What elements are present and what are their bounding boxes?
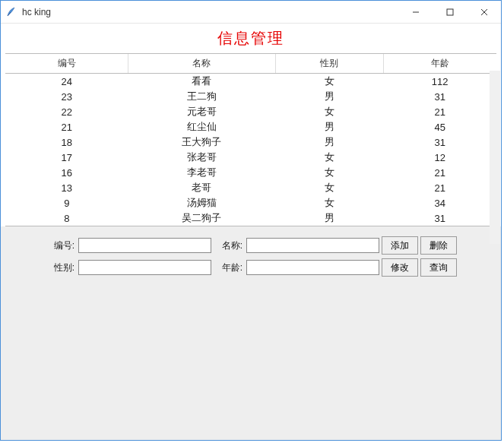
cell-sex: 女: [275, 165, 383, 180]
form-panel: 编号: 名称: 添加 删除 性别: 年龄: 修改 查询: [1, 226, 501, 440]
app-window: hc king 信息管理 编号 名称: [0, 0, 502, 441]
cell-sex: 女: [275, 104, 383, 119]
cell-id: 24: [5, 74, 128, 90]
cell-sex: 女: [275, 74, 383, 90]
cell-age: 34: [383, 195, 496, 210]
name-input[interactable]: [246, 238, 379, 253]
maximize-button[interactable]: [433, 1, 467, 24]
modify-button[interactable]: 修改: [382, 258, 418, 277]
age-input[interactable]: [246, 260, 379, 275]
col-id[interactable]: 编号: [5, 54, 128, 74]
table-container: 编号 名称 性别 年龄 24看看女11223王二狗男3122元老哥女2121红尘…: [5, 53, 496, 226]
table-row[interactable]: 13老哥女21: [5, 180, 496, 195]
cell-age: 45: [383, 119, 496, 134]
cell-sex: 女: [275, 195, 383, 210]
cell-name: 王大狗子: [128, 134, 276, 150]
window-controls: [398, 1, 501, 23]
cell-name: 老哥: [128, 180, 276, 195]
feather-icon: [5, 6, 17, 18]
cell-sex: 男: [275, 89, 383, 104]
table-row[interactable]: 16李老哥女21: [5, 165, 496, 180]
id-input[interactable]: [78, 238, 211, 253]
cell-id: 13: [5, 180, 128, 195]
cell-id: 16: [5, 165, 128, 180]
cell-name: 元老哥: [128, 104, 276, 119]
col-name[interactable]: 名称: [128, 54, 276, 74]
cell-id: 9: [5, 195, 128, 210]
table-row[interactable]: 23王二狗男31: [5, 89, 496, 104]
titlebar: hc king: [1, 1, 501, 24]
minimize-button[interactable]: [398, 1, 433, 24]
cell-age: 31: [383, 134, 496, 150]
cell-sex: 男: [275, 210, 383, 226]
add-button[interactable]: 添加: [382, 236, 418, 255]
cell-sex: 女: [275, 150, 383, 165]
cell-id: 17: [5, 150, 128, 165]
cell-age: 31: [383, 210, 496, 226]
cell-age: 112: [383, 74, 496, 90]
sex-label: 性别:: [46, 261, 76, 274]
cell-sex: 男: [275, 134, 383, 150]
cell-name: 李老哥: [128, 165, 276, 180]
table-row[interactable]: 21红尘仙男45: [5, 119, 496, 134]
cell-id: 8: [5, 210, 128, 226]
content-area: 信息管理 编号 名称 性别 年龄 24看看女11223王二狗男3122元老哥女2…: [1, 24, 501, 440]
cell-id: 22: [5, 104, 128, 119]
cell-age: 21: [383, 165, 496, 180]
window-title: hc king: [22, 7, 51, 17]
delete-button[interactable]: 删除: [420, 236, 457, 255]
page-title: 信息管理: [1, 24, 501, 53]
cell-age: 12: [383, 150, 496, 165]
cell-name: 王二狗: [128, 89, 276, 104]
sex-input[interactable]: [78, 260, 211, 275]
cell-name: 红尘仙: [128, 119, 276, 134]
table-row[interactable]: 24看看女112: [5, 74, 496, 90]
table-row[interactable]: 9汤姆猫女34: [5, 195, 496, 210]
table-row[interactable]: 8吴二狗子男31: [5, 210, 496, 226]
data-table[interactable]: 编号 名称 性别 年龄 24看看女11223王二狗男3122元老哥女2121红尘…: [5, 54, 496, 226]
cell-age: 21: [383, 180, 496, 195]
table-row[interactable]: 22元老哥女21: [5, 104, 496, 119]
name-label: 名称:: [214, 239, 244, 252]
col-sex[interactable]: 性别: [275, 54, 383, 74]
cell-name: 汤姆猫: [128, 195, 276, 210]
svg-rect-1: [447, 9, 453, 15]
table-row[interactable]: 17张老哥女12: [5, 150, 496, 165]
vertical-scrollbar[interactable]: [490, 71, 500, 244]
table-header-row: 编号 名称 性别 年龄: [5, 54, 496, 74]
cell-name: 吴二狗子: [128, 210, 276, 226]
id-label: 编号:: [46, 239, 76, 252]
cell-id: 21: [5, 119, 128, 134]
table-body: 24看看女11223王二狗男3122元老哥女2121红尘仙男4518王大狗子男3…: [5, 74, 496, 226]
table-row[interactable]: 18王大狗子男31: [5, 134, 496, 150]
cell-id: 23: [5, 89, 128, 104]
cell-age: 21: [383, 104, 496, 119]
close-button[interactable]: [467, 1, 501, 24]
query-button[interactable]: 查询: [420, 258, 457, 277]
cell-age: 31: [383, 89, 496, 104]
cell-name: 张老哥: [128, 150, 276, 165]
age-label: 年龄:: [214, 261, 244, 274]
cell-sex: 女: [275, 180, 383, 195]
cell-id: 18: [5, 134, 128, 150]
cell-name: 看看: [128, 74, 276, 90]
cell-sex: 男: [275, 119, 383, 134]
col-age[interactable]: 年龄: [383, 54, 496, 74]
